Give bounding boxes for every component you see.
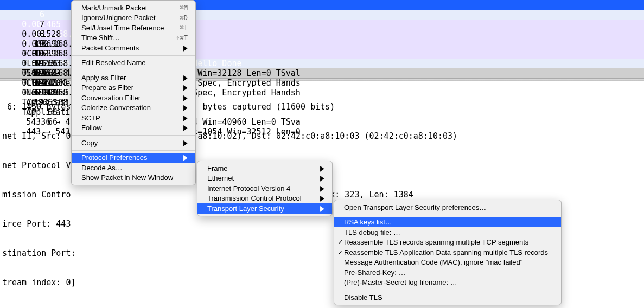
col-no: 9 [22, 39, 44, 49]
submenu-tls[interactable]: Transport Layer Security▶ [197, 203, 332, 214]
submenu-arrow-icon: ▶ [183, 104, 188, 112]
shortcut-label: ⌘M [180, 4, 188, 11]
menu-separator [334, 290, 561, 290]
submenu-arrow-icon: ▶ [183, 84, 188, 92]
menu-colorize-conversation[interactable]: Colorize Conversation▶ [72, 103, 195, 113]
submenu-rsa-keys-list[interactable]: RSA keys list… [334, 217, 561, 228]
col-no: 12 [22, 68, 44, 78]
submenu-master-secret-log[interactable]: (Pre)-Master-Secret log filename: … [334, 278, 561, 288]
check-icon: ✓ [336, 238, 344, 246]
submenu-arrow-icon: ▶ [183, 44, 188, 52]
submenu-arrow-icon: ▶ [320, 184, 324, 193]
col-no: 8 [22, 29, 44, 39]
submenu-tls-debug-file[interactable]: TLS debug file: … [334, 227, 561, 238]
col-no: 11 [22, 59, 44, 68]
tls-preferences-submenu[interactable]: Open Transport Layer Security preference… [334, 200, 562, 305]
menu-packet-comments[interactable]: Packet Comments▶ [72, 43, 195, 53]
submenu-tcp[interactable]: Transmission Control Protocol▶ [197, 194, 332, 204]
col-time: 0.019418 [22, 88, 68, 98]
submenu-arrow-icon: ▶ [183, 74, 188, 82]
submenu-disable-tls[interactable]: Disable TLS [334, 292, 561, 303]
menu-protocol-preferences[interactable]: Protocol Preferences▶ [72, 153, 195, 163]
menu-separator [334, 215, 561, 215]
menu-conversation-filter[interactable]: Conversation Filter▶ [72, 93, 195, 103]
submenu-arrow-icon: ▶ [183, 153, 188, 162]
menu-edit-resolved-name[interactable]: Edit Resolved Name [72, 58, 195, 68]
col-no: 7 [22, 20, 44, 29]
submenu-arrow-icon: ▶ [320, 194, 324, 202]
menu-follow[interactable]: Follow▶ [72, 123, 195, 133]
context-menu[interactable]: Mark/Unmark Packet⌘M Ignore/Unignore Pac… [71, 0, 196, 185]
menu-time-reference[interactable]: Set/Unset Time Reference⌘T [72, 23, 195, 33]
submenu-arrow-icon: ▶ [320, 204, 324, 213]
menu-separator [72, 150, 195, 151]
submenu-arrow-icon: ▶ [183, 114, 188, 122]
col-no: 6 [22, 10, 44, 20]
shortcut-label: ⌘D [180, 14, 188, 22]
submenu-arrow-icon: ▶ [320, 164, 324, 172]
submenu-ethernet[interactable]: Ethernet▶ [197, 174, 332, 184]
menu-separator [72, 55, 195, 56]
col-no: 10 [22, 49, 44, 59]
col-len: 66 [22, 117, 58, 127]
submenu-reassemble-tls-records[interactable]: ✓Reassemble TLS records spanning multipl… [334, 238, 561, 248]
submenu-arrow-icon: ▶ [183, 94, 188, 102]
menu-copy[interactable]: Copy▶ [72, 138, 195, 148]
protocol-preferences-submenu[interactable]: Frame▶ Ethernet▶ Internet Protocol Versi… [197, 161, 333, 216]
submenu-reassemble-tls-appdata[interactable]: ✓Reassemble TLS Application Data spannin… [334, 247, 561, 258]
menu-prepare-as-filter[interactable]: Prepare as Filter▶ [72, 83, 195, 93]
shortcut-label: ⇧⌘T [176, 34, 188, 42]
menu-show-packet-new-window[interactable]: Show Packet in New Window [72, 173, 195, 183]
submenu-psk[interactable]: Pre-Shared-Key: … [334, 267, 561, 278]
col-no: 13 [22, 78, 44, 88]
menu-separator [72, 135, 195, 136]
submenu-frame[interactable]: Frame▶ [197, 163, 332, 174]
check-icon: ✓ [336, 248, 344, 256]
submenu-ipv4[interactable]: Internet Protocol Version 4▶ [197, 183, 332, 194]
submenu-arrow-icon: ▶ [183, 124, 188, 132]
menu-decode-as[interactable]: Decode As… [72, 163, 195, 173]
submenu-arrow-icon: ▶ [183, 139, 188, 147]
submenu-mac-ignore[interactable]: Message Authentication Code (MAC), ignor… [334, 258, 561, 268]
menu-sctp[interactable]: SCTP▶ [72, 113, 195, 123]
menu-mark-packet[interactable]: Mark/Unmark Packet⌘M [72, 3, 195, 13]
submenu-arrow-icon: ▶ [320, 174, 324, 182]
submenu-open-tls-prefs[interactable]: Open Transport Layer Security preference… [334, 202, 561, 213]
menu-ignore-packet[interactable]: Ignore/Unignore Packet⌘D [72, 13, 195, 23]
menu-apply-as-filter[interactable]: Apply as Filter▶ [72, 73, 195, 83]
shortcut-label: ⌘T [180, 24, 188, 31]
menu-time-shift[interactable]: Time Shift…⇧⌘T [72, 33, 195, 43]
menu-separator [72, 70, 195, 70]
